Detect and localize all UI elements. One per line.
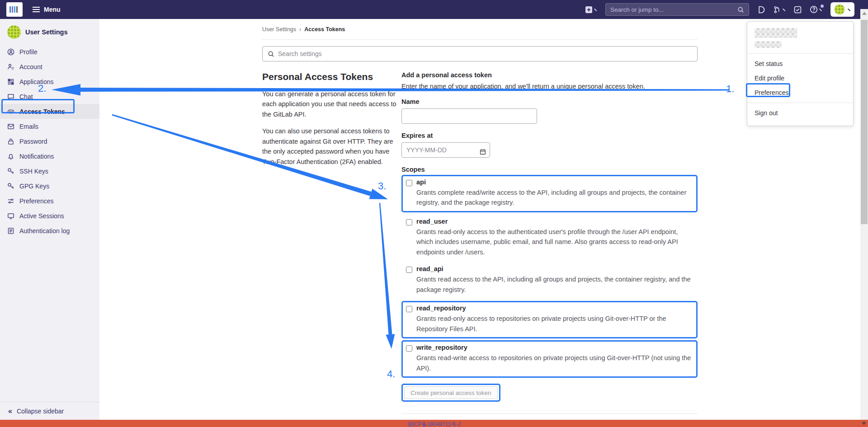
sidebar-item-label: Preferences [19, 197, 53, 205]
token-name-input[interactable] [401, 108, 537, 124]
divider [262, 39, 698, 40]
issues-button[interactable] [757, 6, 765, 14]
user-menu-header [747, 22, 853, 54]
scrollbar[interactable] [860, 9, 868, 420]
name-label: Name [401, 98, 698, 105]
icp-footer-bar: 浙ICP备18048711号-2 [0, 420, 868, 427]
sidebar-item-authentication-log[interactable]: Authentication log [0, 223, 99, 238]
help-icon [810, 5, 818, 14]
merge-requests-button[interactable] [773, 6, 786, 14]
user-avatar [834, 4, 845, 15]
sidebar-item-label: Access Tokens [19, 108, 65, 115]
sidebar-item-label: Applications [19, 78, 54, 85]
search-icon [737, 6, 744, 13]
section-description: Personal Access Tokens You can generate … [262, 71, 398, 420]
bell-icon [7, 153, 14, 160]
sidebar-item-label: Password [19, 138, 47, 145]
scopes-label: Scopes [401, 166, 698, 173]
sidebar-item-label: Emails [19, 123, 38, 130]
user-dropdown-menu: Set status Edit profile Preferences Sign… [747, 21, 854, 126]
double-chevron-left-icon: « [8, 407, 11, 415]
redacted-user-name [755, 28, 797, 38]
sidebar-item-preferences[interactable]: Preferences [0, 193, 99, 208]
global-search-input[interactable] [610, 6, 737, 13]
menu-item-edit-profile[interactable]: Edit profile [747, 71, 853, 85]
menu-button[interactable]: Menu [33, 6, 61, 13]
breadcrumb: User Settings › Access Tokens [262, 26, 698, 33]
sidebar-item-password[interactable]: Password [0, 134, 99, 149]
scrollbar-thumb[interactable] [861, 20, 868, 224]
divider [401, 413, 698, 414]
key-icon [7, 183, 14, 190]
profile-icon [7, 48, 14, 56]
logo-glyph [9, 6, 19, 13]
sidebar-item-notifications[interactable]: Notifications [0, 149, 99, 164]
sidebar-item-emails[interactable]: Emails [0, 119, 99, 134]
help-button[interactable] [810, 5, 822, 14]
scope-api-checkbox[interactable] [406, 180, 412, 186]
scope-write-repository: write_repository Grants read-write acces… [401, 340, 698, 378]
scope-description: Grants complete read/write access to the… [416, 188, 693, 208]
issues-icon [757, 6, 765, 14]
menu-item-preferences[interactable]: Preferences [747, 85, 853, 100]
sidebar-item-chat[interactable]: Chat [0, 89, 99, 104]
scrollbar-down-arrow[interactable] [862, 422, 866, 425]
scrollbar-up-arrow[interactable] [862, 12, 867, 15]
menu-item-sign-out[interactable]: Sign out [747, 106, 853, 120]
scope-description: Grants read-only access to repositories … [416, 314, 693, 334]
menu-label: Menu [44, 6, 61, 13]
scope-read-user-checkbox[interactable] [406, 219, 412, 225]
sidebar-item-profile[interactable]: Profile [0, 44, 99, 59]
user-avatar-button[interactable] [830, 2, 854, 17]
todos-button[interactable] [794, 6, 802, 14]
chat-icon [7, 93, 14, 100]
expires-at-input[interactable] [401, 142, 490, 158]
description-paragraph-1: You can generate a personal access token… [262, 89, 398, 119]
sidebar-item-account[interactable]: Account [0, 59, 99, 74]
log-icon [7, 227, 14, 235]
sidebar-item-active-sessions[interactable]: Active Sessions [0, 208, 99, 223]
menu-item-set-status[interactable]: Set status [747, 56, 853, 71]
create-token-button[interactable]: Create personal access token [404, 386, 498, 399]
scope-description: Grants read access to the API, including… [416, 274, 693, 295]
calendar-icon[interactable] [480, 149, 486, 155]
sidebar-item-gpg-keys[interactable]: GPG Keys [0, 178, 99, 193]
sidebar-item-label: Account [19, 63, 42, 70]
scope-write-repository-checkbox[interactable] [406, 345, 412, 352]
collapse-sidebar-button[interactable]: « Collapse sidebar [0, 402, 99, 420]
redacted-user-handle [755, 41, 782, 48]
sidebar-item-label: Notifications [19, 153, 54, 160]
search-icon [268, 51, 274, 57]
sidebar-item-ssh-keys[interactable]: SSH Keys [0, 164, 99, 178]
scope-read-repository-checkbox[interactable] [406, 306, 412, 312]
breadcrumb-separator: › [299, 26, 301, 33]
sliders-icon [7, 197, 14, 205]
breadcrumb-access-tokens[interactable]: Access Tokens [304, 26, 345, 33]
form-subheading: Enter the name of your application, and … [401, 83, 698, 90]
new-menu-button[interactable] [585, 6, 597, 14]
scope-read-api-checkbox[interactable] [406, 267, 412, 273]
scope-read-user: read_user Grants read-only access to the… [401, 214, 698, 262]
sidebar-item-access-tokens[interactable]: Access Tokens [0, 104, 99, 119]
description-paragraph-2: You can also use personal access tokens … [262, 126, 398, 167]
sidebar-item-applications[interactable]: Applications [0, 74, 99, 89]
settings-search-input[interactable] [278, 50, 692, 57]
plus-square-icon [585, 6, 593, 14]
settings-sidebar: User Settings Profile Account Applicatio… [0, 19, 99, 420]
todo-check-icon [794, 6, 802, 14]
monitor-icon [7, 212, 14, 220]
sidebar-item-label: Profile [19, 48, 38, 56]
workspace-logo[interactable] [6, 2, 23, 17]
scope-name: read_repository [416, 305, 466, 312]
sidebar-item-label: GPG Keys [19, 183, 49, 190]
chevron-down-icon [848, 7, 852, 11]
global-search[interactable] [605, 3, 749, 16]
sidebar-item-label: Authentication log [19, 227, 70, 235]
chevron-down-icon [594, 7, 599, 11]
scope-name: write_repository [416, 344, 467, 351]
settings-search[interactable] [262, 46, 698, 61]
icp-license-link[interactable]: 浙ICP备18048711号-2 [407, 421, 461, 427]
scope-read-repository: read_repository Grants read-only access … [401, 301, 698, 338]
breadcrumb-user-settings[interactable]: User Settings [262, 26, 296, 33]
token-form: Add a personal access token Enter the na… [401, 71, 698, 420]
